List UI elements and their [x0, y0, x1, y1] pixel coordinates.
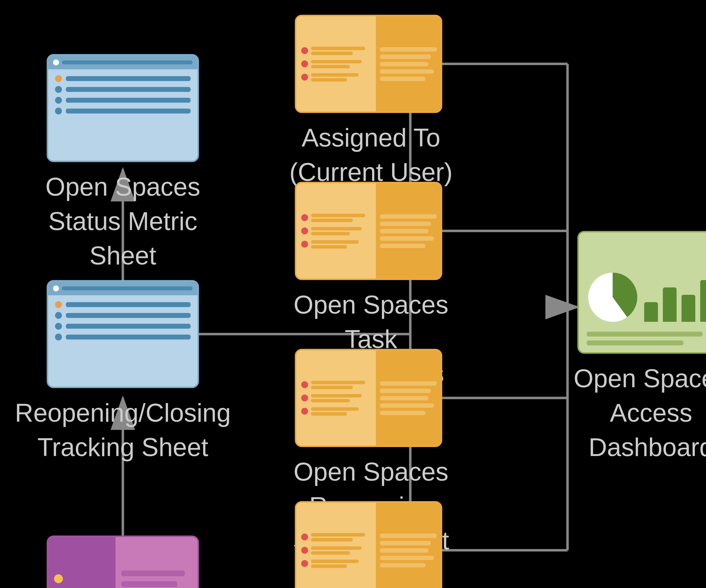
dash-line-1 — [587, 331, 703, 337]
fan-line — [311, 240, 359, 243]
fan-row-2 — [301, 227, 371, 235]
row-dot — [55, 86, 62, 93]
dashboard-top — [579, 232, 706, 327]
fan-line — [311, 232, 350, 235]
right-line — [380, 221, 431, 226]
card-header — [48, 282, 198, 296]
right-line — [380, 243, 426, 248]
task-report-card — [295, 182, 442, 280]
line-row-1 — [55, 75, 191, 82]
fan-line — [311, 65, 350, 68]
fan-lines — [311, 559, 371, 568]
reopening-report-card — [295, 349, 442, 447]
fan-row-3 — [301, 73, 371, 81]
status-metric-sheet-label: Open Spaces Status Metric Sheet — [17, 169, 229, 273]
line-row-4 — [55, 108, 191, 115]
form-right-panel — [115, 537, 198, 588]
fan-lines — [311, 227, 371, 235]
fan-line — [311, 245, 347, 248]
right-line — [380, 388, 431, 393]
fan-lines — [311, 46, 371, 55]
submission-form-card — [47, 536, 199, 588]
right-line — [380, 563, 426, 567]
right-line — [380, 76, 426, 81]
right-line — [380, 229, 428, 233]
fan-dot — [301, 228, 308, 234]
row-dot — [55, 334, 62, 341]
card-body — [48, 295, 198, 346]
status-metric-sheet-card — [47, 54, 199, 162]
fan-row-2 — [301, 394, 371, 402]
fan-row-2 — [301, 60, 371, 68]
fan-line — [311, 381, 365, 384]
bar-3 — [681, 295, 695, 322]
tracking-sheet-card — [47, 280, 199, 388]
fan-dot — [301, 61, 308, 68]
header-bar — [62, 286, 193, 290]
tracking-sheet-label: Reopening/Closing Tracking Sheet — [12, 395, 233, 465]
row-bar — [66, 109, 191, 113]
fan-dot — [301, 241, 308, 248]
form-left-panel — [48, 537, 115, 588]
fan-dot — [301, 381, 308, 388]
row-bar — [66, 335, 191, 340]
right-line — [380, 548, 428, 552]
fan-dot — [301, 547, 308, 554]
fan-row-1 — [301, 46, 371, 55]
bar-1 — [644, 302, 658, 322]
fan-line — [311, 538, 353, 541]
dashboard-label: Open Spaces Access Dashboard — [548, 361, 706, 465]
report-inner — [297, 183, 441, 279]
fan-line — [311, 407, 359, 410]
fan-line — [311, 564, 347, 568]
report-inner — [297, 350, 441, 446]
fan-line — [311, 533, 365, 536]
row-bar — [66, 302, 191, 307]
row-dot — [55, 301, 62, 308]
fan-lines — [311, 394, 371, 402]
fan-row-3 — [301, 407, 371, 416]
row-bar — [66, 313, 191, 318]
card-body — [48, 69, 198, 120]
dashboard-bar-chart — [644, 273, 706, 322]
form-dot — [54, 574, 63, 583]
header-dot-1 — [53, 60, 59, 65]
fan-line — [311, 51, 353, 55]
fan-line — [311, 46, 365, 50]
row-dot — [55, 75, 62, 82]
fan-row-3 — [301, 240, 371, 248]
row-bar — [66, 87, 191, 92]
diagram: Open Spaces Status Metric Sheet — [0, 0, 706, 588]
card-header — [48, 55, 198, 70]
fan-line — [311, 394, 362, 397]
fan-row-1 — [301, 213, 371, 222]
closing-report-card — [295, 501, 442, 588]
fan-line — [311, 399, 350, 402]
report-left — [297, 350, 376, 446]
row-dot — [55, 323, 62, 329]
bar-2 — [663, 287, 677, 322]
line-row-2 — [55, 86, 191, 93]
right-line — [380, 396, 428, 400]
fan-dot — [301, 395, 308, 401]
fan-dot — [301, 408, 308, 415]
dashboard-card — [577, 231, 706, 354]
form-right-line-2 — [121, 581, 178, 587]
line-row-3 — [55, 323, 191, 329]
fan-lines — [311, 213, 371, 222]
bar-4 — [700, 280, 706, 322]
fan-line — [311, 213, 365, 217]
fan-lines — [311, 546, 371, 554]
row-dot — [55, 97, 62, 104]
fan-lines — [311, 73, 371, 81]
report-right — [376, 183, 441, 279]
fan-row-1 — [301, 381, 371, 389]
right-line — [380, 54, 431, 59]
form-right-line-1 — [121, 571, 185, 576]
fan-line — [311, 60, 362, 63]
fan-line — [311, 386, 353, 389]
right-line — [380, 236, 434, 240]
right-line — [380, 533, 437, 538]
fan-lines — [311, 240, 371, 248]
fan-line — [311, 412, 347, 416]
